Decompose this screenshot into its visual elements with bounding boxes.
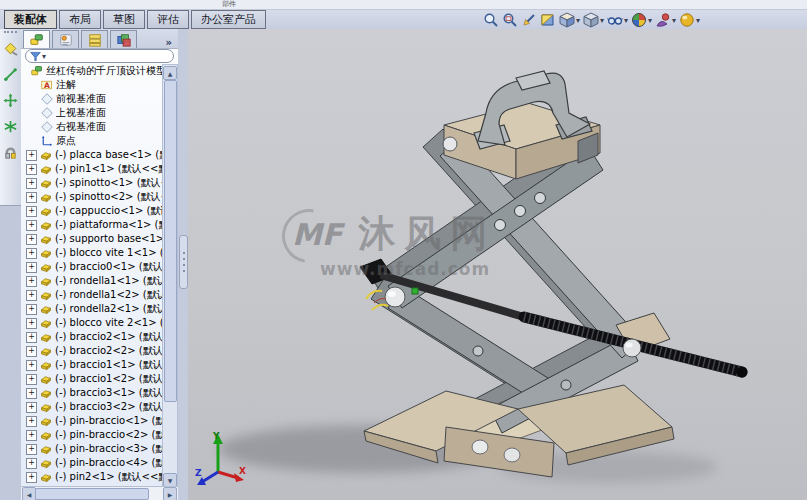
apply-scene-icon[interactable] <box>630 11 648 29</box>
tree-item[interactable]: +(-) rondella1<2> (默认 <box>24 288 165 302</box>
tab-装配体[interactable]: 装配体 <box>4 10 57 29</box>
zoom-to-area-icon[interactable] <box>501 11 519 29</box>
measure-icon[interactable] <box>0 63 20 85</box>
expand-toggle[interactable]: + <box>26 220 37 231</box>
tree-item[interactable]: 前视基准面 <box>24 92 165 106</box>
hscroll-thumb[interactable] <box>35 488 149 500</box>
tree-item[interactable]: +(-) pin-braccio<3> (默 <box>24 442 165 456</box>
tree-item[interactable]: +(-) pin-braccio<2> (默 <box>24 428 165 442</box>
expand-toggle[interactable]: + <box>26 206 37 217</box>
scroll-left-button[interactable]: ◀ <box>22 487 36 500</box>
apply-scene-dropdown-icon[interactable]: ▾ <box>648 16 652 25</box>
expand-toggle[interactable]: + <box>26 262 37 273</box>
expand-toggle[interactable]: + <box>26 472 37 483</box>
expand-toggle[interactable]: + <box>26 290 37 301</box>
tree-root-item[interactable]: 丝杠传动的千斤顶设计模型 <box>24 64 165 78</box>
tree-item[interactable]: +(-) blocco vite 1<1> ( <box>24 246 165 260</box>
tree-item[interactable]: +(-) rondella2<1> (默认 <box>24 302 165 316</box>
expand-toggle[interactable]: + <box>26 360 37 371</box>
expand-toggle[interactable]: + <box>26 388 37 399</box>
tree-item[interactable]: +(-) piattaforma<1> (默 <box>24 218 165 232</box>
splitter-handle[interactable] <box>179 235 188 289</box>
expand-toggle[interactable]: + <box>26 248 37 259</box>
tree-item-label: 上视基准面 <box>56 106 106 120</box>
tree-item[interactable]: +(-) braccio1<2> (默认< <box>24 372 165 386</box>
display-style-dropdown-icon[interactable]: ▾ <box>600 16 604 25</box>
tree-item[interactable]: 原点 <box>24 134 165 148</box>
expand-toggle[interactable]: + <box>26 304 37 315</box>
pattern-icon[interactable] <box>0 115 20 137</box>
mate-icon[interactable] <box>0 141 20 163</box>
expand-toggle[interactable]: + <box>26 178 37 189</box>
panel-tab-configurationmanager[interactable] <box>81 30 108 48</box>
tree-item[interactable]: +(-) braccio3<1> (默认< <box>24 386 165 400</box>
realview-dropdown-icon[interactable]: ▾ <box>696 16 700 25</box>
tree-item[interactable]: +(-) spinotto<1> (默认< <box>24 176 165 190</box>
view-settings-dropdown-icon[interactable]: ▾ <box>672 16 676 25</box>
previous-view-icon[interactable] <box>520 11 538 29</box>
tree-vertical-scrollbar[interactable]: ▲ ▼ <box>162 64 178 489</box>
filter-dropdown-icon[interactable]: ▾ <box>42 52 46 61</box>
section-view-icon[interactable] <box>539 11 557 29</box>
expand-toggle[interactable]: + <box>26 332 37 343</box>
tab-办公室产品[interactable]: 办公室产品 <box>191 10 266 29</box>
expand-toggle[interactable]: + <box>26 164 37 175</box>
toolbar-grip[interactable] <box>4 31 17 33</box>
tree-item[interactable]: +(-) placca base<1> (默 <box>24 148 165 162</box>
tree-item[interactable]: +(-) rondella1<1> (默认 <box>24 274 165 288</box>
hide-show-items-icon[interactable] <box>606 11 624 29</box>
expand-toggle[interactable]: + <box>26 150 37 161</box>
expand-toggle[interactable]: + <box>26 346 37 357</box>
view-orientation-icon[interactable] <box>558 11 576 29</box>
tree-item[interactable]: +(-) pin1<1> (默认<<默 <box>24 162 165 176</box>
graphics-viewport[interactable]: MF 沐风网 www.mfcad.com Y X Z <box>188 29 807 500</box>
scroll-down-button[interactable]: ▼ <box>163 473 177 487</box>
tree-filter-input[interactable]: ▾ <box>25 49 174 63</box>
panel-tab-displaymanager[interactable] <box>110 30 137 48</box>
tree-item[interactable]: +(-) braccio2<2> (默认< <box>24 344 165 358</box>
expand-toggle[interactable]: + <box>26 402 37 413</box>
tree-item[interactable]: +(-) pin2<1> (默认<<默认 <box>24 470 165 484</box>
view-settings-icon[interactable] <box>654 11 672 29</box>
panel-tab-featuremanager[interactable] <box>23 30 50 48</box>
move-component-icon[interactable] <box>0 89 20 111</box>
expand-toggle[interactable]: + <box>26 416 37 427</box>
tree-item[interactable]: +(-) braccio3<2> (默认< <box>24 400 165 414</box>
scroll-thumb[interactable] <box>164 80 177 402</box>
tab-评估[interactable]: 评估 <box>147 10 189 29</box>
expand-toggle[interactable]: + <box>26 374 37 385</box>
tree-item-label: (-) piattaforma<1> (默 <box>55 218 165 232</box>
view-orientation-dropdown-icon[interactable]: ▾ <box>576 16 580 25</box>
tree-item[interactable]: +(-) supporto base<1> ( <box>24 232 165 246</box>
tree-item[interactable]: +(-) braccio2<1> (默认< <box>24 330 165 344</box>
expand-toggle[interactable]: + <box>26 234 37 245</box>
tab-布局[interactable]: 布局 <box>59 10 101 29</box>
tree-item[interactable]: +(-) pin-braccio<1> (默 <box>24 414 165 428</box>
expand-toggle[interactable]: + <box>26 444 37 455</box>
expand-toggle[interactable]: + <box>26 430 37 441</box>
expand-toggle[interactable]: + <box>26 192 37 203</box>
tree-item[interactable]: +(-) braccio1<1> (默认< <box>24 358 165 372</box>
tree-item[interactable]: +(-) braccio0<1> (默认< <box>24 260 165 274</box>
scroll-right-button[interactable]: ▶ <box>163 487 177 500</box>
hide-show-items-dropdown-icon[interactable]: ▾ <box>624 16 628 25</box>
expand-toggle[interactable]: + <box>26 318 37 329</box>
panel-expand-chevron[interactable]: » <box>166 37 172 48</box>
tree-item[interactable]: +(-) spinotto<2> (默认< <box>24 190 165 204</box>
expand-toggle[interactable]: + <box>26 458 37 469</box>
tree-horizontal-scrollbar[interactable]: ◀ ▶ <box>21 486 178 500</box>
tree-item[interactable]: +(-) pin-braccio<4> (默 <box>24 456 165 470</box>
tree-item[interactable]: +(-) cappuccio<1> (默认 <box>24 204 165 218</box>
panel-tab-propertymanager[interactable] <box>52 30 79 48</box>
scroll-up-button[interactable]: ▲ <box>163 66 177 80</box>
tab-草图[interactable]: 草图 <box>103 10 145 29</box>
tree-item[interactable]: +(-) blocco vite 2<1> ( <box>24 316 165 330</box>
edit-component-icon[interactable] <box>0 37 20 59</box>
tree-item[interactable]: A注解 <box>24 78 165 92</box>
realview-icon[interactable] <box>678 11 696 29</box>
tree-item[interactable]: 上视基准面 <box>24 106 165 120</box>
tree-item[interactable]: 右视基准面 <box>24 120 165 134</box>
expand-toggle[interactable]: + <box>26 276 37 287</box>
zoom-to-fit-icon[interactable] <box>482 11 500 29</box>
display-style-icon[interactable] <box>582 11 600 29</box>
